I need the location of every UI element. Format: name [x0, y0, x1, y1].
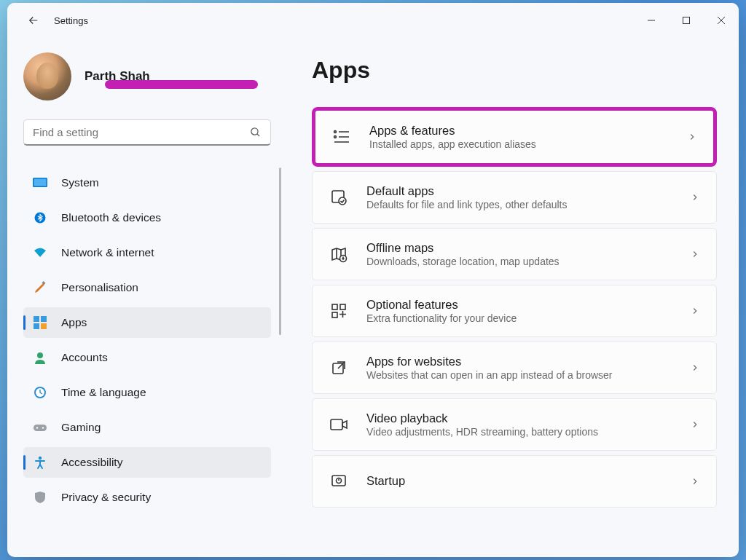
svg-rect-12 [34, 323, 39, 329]
accessibility-icon [32, 454, 48, 470]
card-text: Apps & features Installed apps, app exec… [369, 124, 687, 150]
sidebar-item-accounts[interactable]: Accounts [23, 342, 271, 373]
card-apps-for-websites[interactable]: Apps for websites Websites that can open… [312, 342, 717, 394]
close-icon [717, 16, 726, 25]
card-apps-features[interactable]: Apps & features Installed apps, app exec… [312, 107, 717, 167]
chevron-right-icon [690, 306, 700, 316]
page-title: Apps [312, 57, 717, 84]
sidebar-item-personalisation[interactable]: Personalisation [23, 272, 271, 303]
svg-rect-31 [332, 312, 337, 318]
sidebar-item-label: Bluetooth & devices [61, 211, 161, 224]
wifi-icon [32, 245, 48, 261]
maximize-button[interactable] [669, 3, 704, 38]
minimize-icon [647, 16, 656, 25]
chevron-right-icon [690, 363, 700, 373]
sidebar-item-label: Accounts [61, 351, 108, 364]
sidebar-item-bluetooth[interactable]: Bluetooth & devices [23, 202, 271, 233]
window-controls [634, 3, 739, 38]
card-offline-maps[interactable]: Offline maps Downloads, storage location… [312, 228, 717, 280]
card-title: Apps & features [369, 124, 687, 138]
arrow-left-icon [27, 14, 40, 27]
svg-rect-30 [340, 304, 345, 309]
sidebar-item-label: Privacy & security [61, 491, 151, 504]
card-title: Startup [366, 474, 690, 488]
video-icon [329, 414, 349, 435]
svg-point-27 [339, 197, 346, 205]
map-icon [329, 244, 349, 264]
bluetooth-icon [32, 210, 48, 226]
optional-features-icon [329, 301, 349, 321]
nav-scrollbar[interactable] [279, 167, 281, 335]
close-button[interactable] [704, 3, 739, 38]
sidebar-item-time-language[interactable]: Time & language [23, 377, 271, 408]
apps-icon [32, 315, 48, 331]
nav-list: System Bluetooth & devices Network & int… [23, 167, 271, 517]
svg-rect-13 [41, 323, 47, 329]
profile-section[interactable]: Parth Shah [23, 48, 275, 105]
card-default-apps[interactable]: Default apps Defaults for file and link … [312, 171, 717, 224]
titlebar: Settings [7, 3, 739, 38]
svg-point-4 [251, 128, 258, 135]
sidebar-item-gaming[interactable]: Gaming [23, 412, 271, 443]
list-icon [331, 127, 352, 147]
sidebar-item-privacy[interactable]: Privacy & security [23, 482, 271, 513]
settings-window: Settings Parth Shah [7, 3, 739, 557]
card-text: Startup [366, 474, 690, 489]
card-title: Default apps [366, 184, 690, 198]
card-subtitle: Installed apps, app execution aliases [369, 138, 687, 150]
svg-rect-17 [34, 425, 47, 431]
card-optional-features[interactable]: Optional features Extra functionality fo… [312, 285, 717, 337]
person-icon [32, 350, 48, 366]
sidebar-item-label: Time & language [61, 386, 146, 399]
card-title: Video playback [366, 411, 690, 425]
redaction-overlay [105, 80, 258, 89]
card-startup[interactable]: Startup [312, 455, 717, 508]
sidebar-item-label: Network & internet [61, 246, 154, 259]
card-text: Optional features Extra functionality fo… [366, 298, 690, 324]
sidebar-item-label: Accessibility [61, 456, 122, 469]
svg-rect-29 [332, 304, 337, 309]
card-text: Video playback Video adjustments, HDR st… [366, 411, 690, 438]
gamepad-icon [32, 419, 48, 435]
window-title: Settings [54, 15, 88, 26]
sidebar-item-apps[interactable]: Apps [23, 307, 271, 338]
search-input[interactable] [33, 126, 249, 138]
open-external-icon [329, 358, 349, 378]
chevron-right-icon [690, 249, 700, 259]
svg-point-14 [37, 352, 43, 358]
svg-rect-10 [34, 316, 39, 322]
card-video-playback[interactable]: Video playback Video adjustments, HDR st… [312, 398, 717, 451]
card-subtitle: Extra functionality for your device [366, 312, 690, 324]
svg-point-18 [36, 427, 38, 428]
card-title: Offline maps [366, 241, 690, 255]
minimize-button[interactable] [634, 3, 669, 38]
chevron-right-icon [687, 132, 697, 142]
card-title: Apps for websites [366, 355, 690, 368]
sidebar-item-system[interactable]: System [23, 167, 271, 198]
sidebar-item-network[interactable]: Network & internet [23, 237, 271, 268]
main-panel: Apps Apps & features Installed apps, app… [283, 38, 739, 557]
svg-rect-11 [41, 316, 47, 322]
content-area: Parth Shah System [7, 38, 739, 557]
chevron-right-icon [690, 476, 700, 486]
sidebar-item-accessibility[interactable]: Accessibility [23, 447, 271, 478]
card-subtitle: Downloads, storage location, map updates [366, 256, 690, 267]
sidebar-item-label: Gaming [61, 421, 101, 434]
system-icon [32, 175, 48, 191]
card-subtitle: Defaults for file and link types, other … [366, 199, 690, 210]
sidebar-item-label: Personalisation [61, 281, 138, 294]
svg-rect-7 [34, 179, 47, 186]
card-title: Optional features [366, 298, 690, 312]
sidebar-item-label: Apps [61, 316, 87, 329]
svg-point-20 [39, 457, 42, 460]
card-text: Default apps Defaults for file and link … [366, 184, 690, 210]
paintbrush-icon [32, 280, 48, 296]
card-subtitle: Websites that can open in an app instead… [366, 369, 690, 381]
sidebar-item-label: System [61, 176, 99, 189]
search-box[interactable] [23, 119, 271, 146]
back-button[interactable] [22, 9, 45, 32]
svg-rect-33 [331, 419, 342, 430]
default-apps-icon [329, 187, 349, 208]
startup-icon [329, 471, 349, 492]
maximize-icon [682, 16, 691, 25]
